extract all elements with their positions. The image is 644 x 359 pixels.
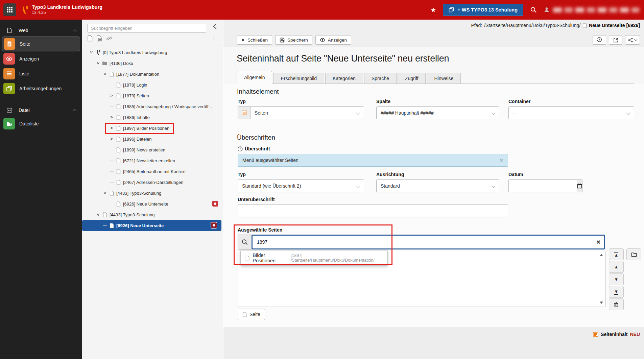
tree-item[interactable]: [1878] Login [82, 79, 223, 90]
typo3-backend: Typo3 Landkreis Ludwigsburg 13.4.25 ★ + … [0, 0, 644, 359]
tree-item[interactable]: [6926] Neue Unterseite [82, 198, 223, 209]
breadcrumb-path[interactable]: /Startseite/Hauptmenü/Doku/Typo3-Schulun… [484, 23, 580, 28]
clear-field-icon[interactable]: ✕ [499, 158, 503, 163]
tree-item[interactable]: [1886] Inhalte [82, 112, 223, 123]
sidebar-item-dateiliste[interactable]: Dateiliste [0, 116, 82, 131]
brand: Typo3 Landkreis Ludwigsburg 13.4.25 [21, 4, 102, 15]
browse-pages-button[interactable] [626, 248, 641, 260]
user-name-redacted [553, 7, 639, 13]
save-button[interactable]: Speichern [275, 35, 312, 45]
heading-typ-select[interactable]: Standard (wie Überschrift 2) [238, 180, 364, 192]
save-icon [280, 38, 285, 43]
tree-item-bilder-positionen[interactable]: [1897] Bilder Positionen [82, 123, 223, 134]
expander-icon[interactable] [108, 115, 115, 120]
sidebar-item-label: Dateiliste [19, 121, 39, 126]
bookmark-star-icon[interactable]: ★ [430, 7, 436, 13]
tree-item[interactable]: [1896] Dateien [82, 134, 223, 144]
autocomplete-result[interactable]: Bilder Positionen [1897] /Startseite/Hau… [241, 250, 387, 265]
close-button[interactable]: ✕ Schließen [237, 35, 272, 45]
new-page-icon[interactable] [87, 35, 93, 42]
share-button[interactable] [625, 35, 640, 45]
expander-icon[interactable] [108, 93, 115, 98]
move-up-button[interactable]: ▲ [609, 261, 624, 273]
container-select-value: - [513, 110, 515, 116]
tree-item-selected[interactable]: [6926] Neue Unterseite [82, 220, 221, 231]
move-to-bottom-button[interactable]: ▼ [609, 286, 624, 298]
tree-item-label: [0] Typo3 Landkreis Ludwigsburg [103, 50, 167, 55]
new-page-drag-icon[interactable] [96, 35, 103, 42]
eye-icon [320, 38, 325, 42]
tree-item[interactable]: [1899] News erstellen [82, 144, 223, 155]
typ-select[interactable]: Seiten [238, 106, 364, 119]
sidebar-item-arbeitsumgebungen[interactable]: Arbeitsumgebungen [0, 81, 82, 96]
sidebar-item-seite[interactable]: Seite [2, 37, 80, 51]
module-menu-button[interactable] [3, 3, 16, 16]
link-icon[interactable] [106, 35, 113, 42]
tree-more-menu-icon[interactable]: ⋮ [211, 34, 217, 41]
sidebar-item-label: Anzeigen [19, 56, 39, 62]
tree-item[interactable]: [2467] Adressen-Darstellungen [82, 177, 223, 188]
tree-search-input[interactable] [87, 24, 206, 33]
datum-input[interactable] [508, 180, 577, 192]
remove-button[interactable] [609, 298, 624, 310]
expander-icon[interactable] [108, 125, 115, 131]
spalte-select[interactable]: ##### Hauptinhalt ##### [376, 106, 499, 119]
search-icon[interactable] [530, 6, 537, 13]
tree-item[interactable]: [1879] Seiten [82, 90, 223, 101]
sidebar-item-anzeigen[interactable]: Anzeigen [0, 51, 82, 66]
tree-item-label: [4433] Typo3-Schulung [110, 212, 154, 217]
tree-connector [101, 223, 108, 228]
field-label-typ: Typ [238, 99, 364, 104]
user-menu[interactable] [544, 7, 639, 13]
clear-search-icon[interactable]: ✕ [596, 239, 601, 245]
tab-label: Sprache [372, 76, 389, 81]
workspace-button[interactable]: + WS TYPO3 13 Schulung [443, 4, 523, 16]
calendar-button[interactable] [577, 180, 582, 192]
breadcrumb-page[interactable]: Neue Unterseite [6926] [589, 23, 640, 28]
expander-icon[interactable] [88, 50, 95, 55]
tab-zugriff[interactable]: Zugriff [398, 73, 426, 83]
tree-item[interactable]: [1885] Arbeitsumgebung / Workspace veröf… [82, 101, 223, 112]
scroll-down-icon[interactable] [600, 302, 603, 304]
expander-icon[interactable] [101, 190, 108, 196]
tree-item-label: [2467] Adressen-Darstellungen [123, 180, 184, 185]
unterueberschrift-input[interactable] [238, 205, 508, 217]
tree-item[interactable]: [2465] Seitenaufbau mit Kontext [82, 166, 223, 177]
tab-allgemein[interactable]: Allgemein [237, 71, 272, 84]
tree-item[interactable]: [0] Typo3 Landkreis Ludwigsburg [82, 47, 223, 58]
tree-item[interactable]: [4433] Typo3-Schulung [82, 188, 223, 198]
tab-kategorien[interactable]: Kategorien [325, 73, 363, 83]
tree-item[interactable]: [1877] Dokumentation [82, 69, 223, 79]
tree-item[interactable]: [4136] Doku [82, 58, 223, 69]
move-down-button[interactable]: ▼ [609, 273, 624, 285]
module-section-web[interactable]: Web [0, 24, 82, 37]
search-button[interactable] [238, 235, 252, 249]
ueberschrift-field[interactable]: Menü ausgewählter Seiten ✕ [238, 154, 508, 167]
move-to-top-button[interactable]: ▲ [609, 248, 624, 260]
tab-hinweise[interactable]: Hinweise [427, 73, 461, 83]
module-section-datei[interactable]: Datei [0, 104, 82, 116]
container-select[interactable]: - [508, 106, 634, 119]
chevron-up-icon [73, 109, 77, 113]
scroll-up-icon[interactable] [600, 254, 603, 256]
expander-icon[interactable] [101, 71, 108, 77]
view-button[interactable]: Anzeigen [315, 35, 351, 45]
history-button[interactable] [593, 35, 606, 45]
result-title: Bilder Positionen [253, 253, 287, 263]
sidebar-item-liste[interactable]: Liste [0, 66, 82, 81]
tab-sprache[interactable]: Sprache [364, 73, 397, 83]
tree-item[interactable]: [6721] Newsletter erstellen [82, 155, 223, 166]
expander-icon[interactable] [108, 136, 115, 142]
collapse-tree-icon[interactable] [213, 24, 219, 29]
open-in-new-button[interactable] [609, 35, 622, 45]
add-page-button[interactable]: Seite [238, 309, 265, 320]
ausrichtung-select[interactable]: Standard [376, 180, 499, 192]
tab-erscheinungsbild[interactable]: Erscheinungsbild [273, 73, 324, 83]
page-search-input[interactable] [252, 235, 605, 249]
expander-icon[interactable] [95, 212, 101, 217]
expander-icon[interactable] [95, 61, 101, 66]
page-icon [115, 93, 122, 98]
doc-header: Pfad: /Startseite/Hauptmenü/Doku/Typo3-S… [223, 20, 644, 47]
field-label-datum: Datum [508, 172, 578, 177]
tree-item[interactable]: [4433] Typo3-Schulung [82, 209, 223, 220]
